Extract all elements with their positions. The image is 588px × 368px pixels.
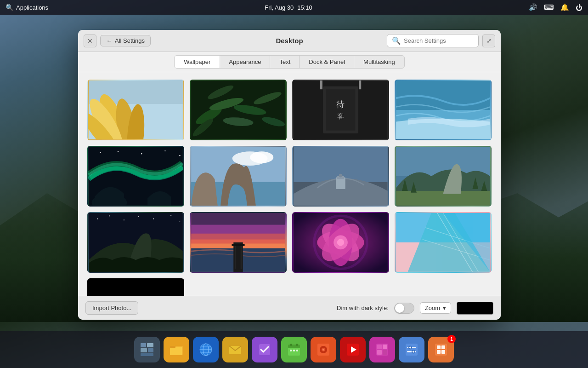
notification-icon[interactable]: 🔔 [560, 3, 569, 12]
wallpaper-grey-surface[interactable] [292, 146, 389, 207]
svg-point-52 [179, 221, 180, 222]
wallpaper-green-ferns[interactable] [190, 80, 287, 140]
top-bar-left: 🔍 Applications [6, 4, 48, 11]
dock-item-email[interactable] [222, 337, 248, 362]
desktop-settings-dialog: ✕ ← All Settings Desktop 🔍 ⤢ Wallpaper A… [78, 30, 501, 320]
svg-rect-22 [359, 80, 361, 89]
wallpaper-ocean-aerial[interactable] [395, 80, 492, 140]
time-display: 15:10 [297, 4, 312, 11]
svg-point-71 [337, 239, 344, 246]
wallpaper-pink-flower[interactable] [292, 212, 389, 273]
wallpaper-yosemite[interactable] [395, 146, 492, 207]
dock-item-calendar[interactable] [281, 337, 307, 362]
tab-appearance[interactable]: Appearance [219, 55, 271, 69]
top-bar-center: Fri, Aug 30 15:10 [265, 4, 312, 11]
top-bar: 🔍 Applications Fri, Aug 30 15:10 🔊 ⌨ 🔔 ⏻ [0, 0, 588, 15]
title-bar-right: 🔍 ⤢ [387, 34, 495, 47]
svg-rect-81 [147, 343, 153, 347]
svg-text:客: 客 [337, 112, 344, 120]
svg-rect-44 [396, 191, 490, 206]
svg-rect-86 [170, 346, 175, 348]
svg-point-105 [322, 349, 324, 351]
zoom-label: Zoom [425, 305, 440, 311]
video-player-icon [345, 342, 360, 357]
close-button[interactable]: ✕ [84, 34, 96, 47]
all-settings-button[interactable]: ← All Settings [100, 35, 151, 46]
svg-rect-97 [290, 344, 292, 346]
color-swatch[interactable] [457, 302, 493, 315]
multitasking-view-icon [140, 342, 154, 357]
svg-point-51 [170, 215, 171, 216]
dock-item-browser[interactable] [193, 337, 219, 362]
photos-icon [375, 342, 390, 357]
tab-bar: Wallpaper Appearance Text Dock & Panel M… [78, 52, 501, 72]
svg-rect-21 [320, 80, 322, 89]
svg-text:待: 待 [337, 100, 345, 109]
dialog-title-bar: ✕ ← All Settings Desktop 🔍 ⤢ [78, 30, 501, 52]
applications-label[interactable]: Applications [16, 4, 48, 11]
back-arrow-icon: ← [106, 37, 112, 44]
dock-item-tasks[interactable] [252, 337, 277, 362]
wallpaper-grid: 待 客 [87, 80, 492, 296]
music-icon [316, 342, 331, 357]
svg-rect-123 [437, 350, 441, 354]
svg-rect-111 [377, 350, 382, 355]
svg-point-29 [141, 153, 142, 155]
volume-icon[interactable]: 🔊 [529, 3, 537, 12]
svg-rect-83 [148, 348, 153, 352]
search-box[interactable]: 🔍 [387, 34, 479, 47]
expand-button[interactable]: ⤢ [482, 34, 495, 47]
zoom-select[interactable]: Zoom ▾ [420, 302, 451, 314]
svg-rect-82 [141, 348, 147, 352]
expand-icon: ⤢ [486, 37, 492, 44]
svg-rect-124 [441, 350, 445, 354]
dim-toggle[interactable] [394, 303, 414, 314]
dock-item-file-manager[interactable] [164, 337, 189, 362]
wallpaper-japanese-sign[interactable]: 待 客 [292, 80, 389, 140]
import-photo-button[interactable]: Import Photo... [85, 301, 138, 315]
dialog-title: Desktop [276, 37, 303, 45]
dock-item-software-center[interactable]: 1 [428, 337, 454, 362]
tab-wallpaper[interactable]: Wallpaper [174, 55, 220, 69]
svg-rect-63 [232, 244, 244, 246]
svg-point-30 [164, 150, 166, 152]
power-icon[interactable]: ⏻ [576, 4, 582, 12]
svg-rect-100 [293, 350, 295, 351]
svg-point-31 [179, 155, 181, 156]
wallpaper-building[interactable] [395, 212, 492, 273]
dock-item-multitasking-view[interactable] [134, 337, 160, 362]
wallpaper-black[interactable] [87, 278, 184, 296]
search-icon: 🔍 [392, 36, 401, 45]
svg-point-28 [118, 151, 119, 152]
svg-point-50 [153, 218, 154, 219]
wallpaper-pier-sunset[interactable] [190, 212, 287, 273]
browser-icon [198, 342, 213, 357]
tab-dock-panel[interactable]: Dock & Panel [299, 55, 355, 69]
tab-multitasking[interactable]: Multitasking [354, 55, 405, 69]
tasks-icon [257, 342, 272, 357]
wallpaper-rock-arch[interactable] [190, 146, 287, 207]
bottom-bar: Import Photo... Dim with dark style: Zoo… [78, 296, 501, 320]
svg-rect-110 [383, 345, 387, 349]
wallpaper-northern-lights[interactable] [87, 146, 184, 207]
svg-rect-113 [406, 344, 418, 356]
settings-icon [404, 342, 419, 357]
svg-point-35 [250, 151, 273, 163]
dock: 1 [0, 331, 588, 368]
svg-rect-112 [383, 350, 387, 355]
dock-item-videos[interactable] [340, 337, 366, 362]
svg-rect-62 [241, 245, 242, 269]
svg-rect-80 [141, 343, 146, 347]
dock-item-settings[interactable] [399, 337, 424, 362]
zoom-chevron-icon: ▾ [443, 305, 446, 311]
wallpaper-yellow-flower[interactable] [87, 80, 184, 140]
search-input[interactable] [404, 37, 474, 44]
tab-text[interactable]: Text [270, 55, 300, 69]
all-settings-label: All Settings [115, 37, 145, 44]
keyboard-icon[interactable]: ⌨ [544, 3, 554, 12]
dock-item-photos[interactable] [369, 337, 395, 362]
svg-point-41 [339, 174, 343, 178]
dock-item-music[interactable] [311, 337, 336, 362]
dim-label: Dim with dark style: [337, 305, 389, 311]
wallpaper-yosemite-night[interactable] [87, 212, 184, 273]
